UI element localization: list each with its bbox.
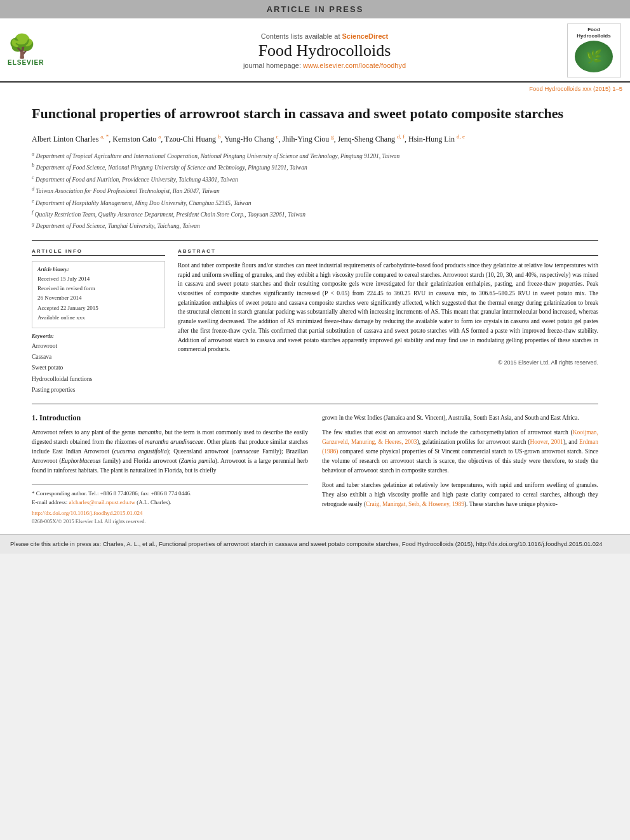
journal-homepage: journal homepage: www.elsevier.com/locat…	[84, 62, 565, 69]
body-section: 1. Introduction Arrowroot refers to any …	[32, 404, 598, 526]
abstract-column: ABSTRACT Root and tuber composite flours…	[178, 248, 598, 396]
issn-line: 0268-005X/© 2015 Elsevier Ltd. All right…	[32, 517, 308, 526]
affil-b: b Department of Food Science, National P…	[32, 162, 598, 172]
article-history-box: Article history: Received 15 July 2014 R…	[32, 261, 165, 328]
affiliations: a Department of Tropical Agriculture and…	[32, 150, 598, 231]
history-label: Article history:	[37, 267, 159, 272]
keywords-label: Keywords:	[32, 333, 165, 339]
article-info-heading: ARTICLE INFO	[32, 248, 165, 256]
citation-line: Food Hydrocolloids xxx (2015) 1–5	[0, 83, 630, 93]
intro-paragraph4: Root and tuber starches gelatinize at re…	[322, 481, 598, 509]
body-two-col: 1. Introduction Arrowroot refers to any …	[32, 413, 598, 526]
elsevier-logo: 🌳 ELSEVIER	[8, 35, 77, 66]
bottom-citation-bar: Please cite this article in press as: Ch…	[0, 534, 630, 554]
article-info-abstract-section: ARTICLE INFO Article history: Received 1…	[32, 241, 598, 404]
science-direct-prefix: Contents lists available at	[261, 32, 340, 40]
affil-f: f Quality Restriction Team, Quality Assu…	[32, 209, 598, 219]
journal-logo-title: FoodHydrocolloids	[570, 27, 618, 39]
journal-logo-area: FoodHydrocolloids 🌿	[565, 23, 622, 77]
author-sup-g: g	[331, 133, 334, 140]
doi-link[interactable]: http://dx.doi.org/10.1016/j.foodhyd.2015…	[32, 509, 308, 517]
introduction-title: 1. Introduction	[32, 413, 308, 423]
page: ARTICLE IN PRESS 🌳 ELSEVIER Contents lis…	[0, 0, 630, 554]
author-sup-c: c	[276, 133, 278, 140]
author-sup-a2: a	[158, 133, 161, 140]
author-sup-b: b	[218, 133, 221, 140]
bottom-citation-text: Please cite this article in press as: Ch…	[10, 540, 603, 547]
article-title: Functional properties of arrowroot starc…	[32, 105, 598, 123]
article-info-column: ARTICLE INFO Article history: Received 1…	[32, 248, 165, 396]
journal-header: 🌳 ELSEVIER Contents lists available at S…	[0, 18, 630, 83]
received-date: Received 15 July 2014 Received in revise…	[37, 274, 159, 323]
copyright-line: © 2015 Elsevier Ltd. All rights reserved…	[178, 359, 598, 366]
affil-c: c Department of Food and Nutrition, Prov…	[32, 174, 598, 184]
homepage-prefix: journal homepage:	[243, 62, 301, 69]
journal-logo-box: FoodHydrocolloids 🌿	[567, 23, 621, 77]
article-in-press-banner: ARTICLE IN PRESS	[0, 0, 630, 18]
keywords-list: Arrowroot Cassava Sweet potato Hydrocoll…	[32, 341, 165, 395]
intro-text-col2: grown in the West Indies (Jamaica and St…	[322, 413, 598, 509]
affil-e: e Department of Hospitality Management, …	[32, 197, 598, 208]
author-sup-de: d, e	[457, 133, 465, 140]
intro-paragraph1: Arrowroot refers to any plant of the gen…	[32, 428, 308, 476]
corresponding-author-note: * Corresponding author. Tel.: +886 8 774…	[32, 489, 308, 498]
affil-d: d Taiwan Association for Food Profession…	[32, 185, 598, 196]
affil-g: g Department of Food Science, Tunghai Un…	[32, 220, 598, 230]
affil-a: a Department of Tropical Agriculture and…	[32, 150, 598, 161]
email-note: E-mail address: alcharles@mail.npust.edu…	[32, 498, 308, 507]
elsevier-logo-area: 🌳 ELSEVIER	[8, 35, 84, 66]
body-col-left: 1. Introduction Arrowroot refers to any …	[32, 413, 308, 526]
homepage-link[interactable]: www.elsevier.com/locate/foodhyd	[303, 62, 406, 69]
abstract-heading: ABSTRACT	[178, 248, 598, 256]
science-direct-line: Contents lists available at ScienceDirec…	[84, 32, 565, 40]
keywords-section: Keywords: Arrowroot Cassava Sweet potato…	[32, 333, 165, 395]
elsevier-label: ELSEVIER	[8, 59, 44, 66]
science-direct-link[interactable]: ScienceDirect	[342, 32, 389, 40]
journal-logo-image: 🌿	[575, 41, 613, 72]
article-title-section: Functional properties of arrowroot starc…	[32, 93, 598, 241]
authors-line: Albert Linton Charles a, *, Kemston Cato…	[32, 132, 598, 145]
footer-notes: * Corresponding author. Tel.: +886 8 774…	[32, 484, 308, 526]
body-col-right: grown in the West Indies (Jamaica and St…	[322, 413, 598, 526]
abstract-text: Root and tuber composite flours and/or s…	[178, 261, 598, 354]
journal-header-center: Contents lists available at ScienceDirec…	[84, 32, 565, 69]
elsevier-tree-icon: 🌳	[8, 35, 36, 58]
author-sup-df: d, f	[397, 133, 405, 140]
intro-paragraph2: grown in the West Indies (Jamaica and St…	[322, 413, 598, 423]
intro-text-col1: Arrowroot refers to any plant of the gen…	[32, 428, 308, 476]
banner-text: ARTICLE IN PRESS	[267, 4, 364, 14]
email-link[interactable]: alcharles@mail.npust.edu.tw	[69, 499, 135, 505]
author-sup-a: a, *	[100, 133, 109, 140]
intro-paragraph3: The few studies that exist on arrowroot …	[322, 428, 598, 476]
main-content: Functional properties of arrowroot starc…	[0, 93, 630, 526]
journal-title: Food Hydrocolloids	[84, 41, 565, 60]
